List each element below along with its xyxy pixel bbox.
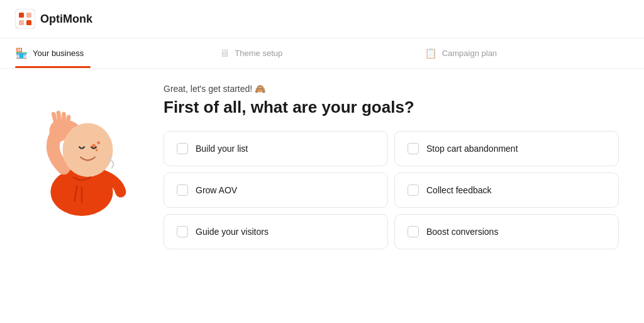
main-content: Great, let's get started! 🙈 First of all… <box>0 69 644 264</box>
svg-point-12 <box>92 144 96 148</box>
step-theme-setup[interactable]: 🖥 Theme setup <box>219 39 424 68</box>
step-campaign-label: Campaign plan <box>442 48 497 58</box>
header: OptiMonk <box>0 0 644 38</box>
logo[interactable]: OptiMonk <box>15 9 92 29</box>
step-your-business[interactable]: 🏪 Your business <box>15 38 219 68</box>
goal-boost-conversions-checkbox[interactable] <box>408 226 419 237</box>
goal-build-list-checkbox[interactable] <box>177 143 188 154</box>
svg-rect-0 <box>15 9 35 29</box>
content-area: Great, let's get started! 🙈 First of all… <box>164 84 619 249</box>
svg-line-10 <box>67 117 69 123</box>
goal-guide-visitors[interactable]: Guide your visitors <box>164 214 388 249</box>
goal-build-list-label: Build your list <box>196 144 248 154</box>
character-illustration <box>25 84 151 218</box>
svg-rect-4 <box>26 20 31 25</box>
stepper-progress <box>15 66 91 68</box>
stepper: 🏪 Your business 🖥 Theme setup 📋 Campaign… <box>0 38 644 69</box>
svg-line-7 <box>53 114 55 121</box>
svg-rect-2 <box>26 13 31 18</box>
goal-guide-visitors-label: Guide your visitors <box>196 227 269 237</box>
step-campaign-icon: 📋 <box>425 47 437 59</box>
main-title: First of all, what are your goals? <box>164 98 619 117</box>
goal-collect-feedback[interactable]: Collect feedback <box>394 173 619 208</box>
goal-grow-aov-checkbox[interactable] <box>177 184 188 196</box>
svg-line-8 <box>58 113 60 120</box>
svg-rect-3 <box>19 20 24 25</box>
logo-text: OptiMonk <box>40 13 92 26</box>
character-svg <box>25 90 138 216</box>
goal-stop-cart-checkbox[interactable] <box>408 143 419 154</box>
goal-stop-cart-label: Stop cart abandonment <box>426 144 518 154</box>
step-business-label: Your business <box>33 48 84 58</box>
step-theme-label: Theme setup <box>235 48 282 58</box>
goal-stop-cart[interactable]: Stop cart abandonment <box>394 131 619 166</box>
goal-boost-conversions-label: Boost conversions <box>426 227 498 237</box>
goal-guide-visitors-checkbox[interactable] <box>177 226 188 237</box>
step-business-icon: 🏪 <box>15 47 28 59</box>
step-theme-icon: 🖥 <box>219 48 230 59</box>
logo-icon <box>15 9 35 29</box>
goal-boost-conversions[interactable]: Boost conversions <box>394 214 619 249</box>
goal-build-list[interactable]: Build your list <box>164 131 388 166</box>
svg-point-14 <box>96 149 98 151</box>
svg-point-11 <box>63 123 113 177</box>
intro-text: Great, let's get started! 🙈 <box>164 84 619 94</box>
goal-collect-feedback-checkbox[interactable] <box>408 184 419 196</box>
goal-collect-feedback-label: Collect feedback <box>426 185 492 195</box>
goal-grow-aov-label: Grow AOV <box>196 185 237 195</box>
goals-grid: Build your list Stop cart abandonment Gr… <box>164 131 619 249</box>
svg-point-13 <box>97 141 100 144</box>
goal-grow-aov[interactable]: Grow AOV <box>164 173 388 208</box>
step-campaign-plan[interactable]: 📋 Campaign plan <box>425 38 629 68</box>
svg-rect-1 <box>19 13 24 18</box>
